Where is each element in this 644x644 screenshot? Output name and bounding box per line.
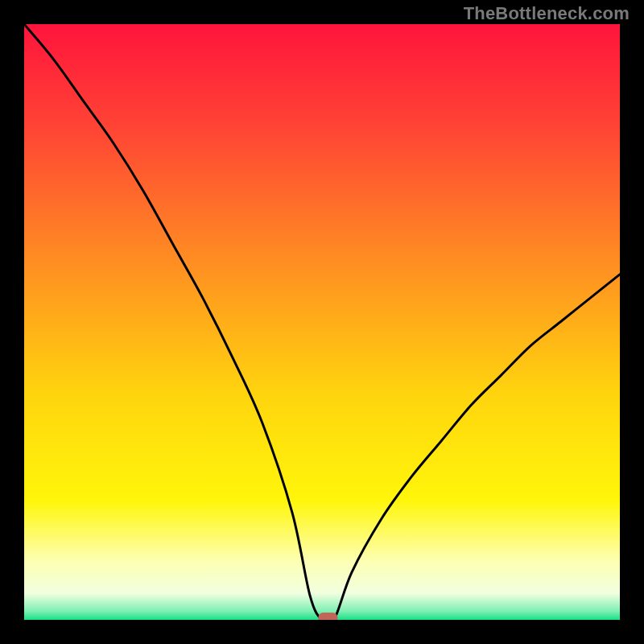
watermark-text: TheBottleneck.com [464,3,630,24]
bottleneck-chart [24,24,620,620]
chart-frame: TheBottleneck.com [0,0,644,644]
gradient-backdrop [24,24,620,620]
optimal-marker [318,613,337,620]
